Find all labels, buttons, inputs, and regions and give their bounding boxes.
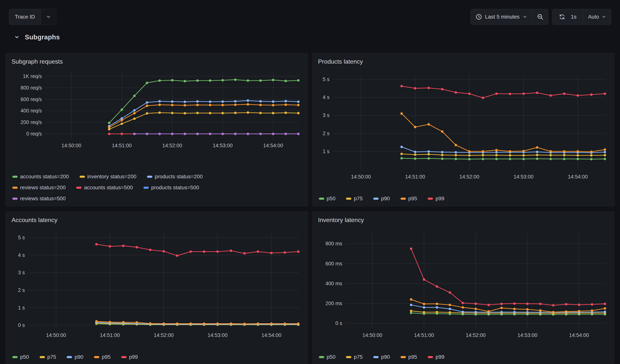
legend: p50p75p90p95p99 xyxy=(318,353,609,362)
series-line-p75 xyxy=(402,154,605,155)
chart-canvas[interactable]: 14:50:0014:51:0014:52:0014:53:0014:54:00… xyxy=(12,66,302,155)
panel-products-latency: Products latency14:50:0014:51:0014:52:00… xyxy=(312,53,615,206)
template-variable-trace-id: Trace ID xyxy=(9,9,56,25)
refresh-icon xyxy=(559,14,565,20)
series-line-p90 xyxy=(402,147,605,153)
legend-series-label: p90 xyxy=(381,354,390,360)
legend-series-chip xyxy=(12,187,18,189)
legend-series-label: accounts status=500 xyxy=(84,185,133,191)
y-axis-tick-label: 5 s xyxy=(18,235,25,240)
series-line-p95 xyxy=(402,114,605,152)
chevron-down-icon xyxy=(523,15,527,19)
legend-item-accounts-status-500[interactable]: accounts status=500 xyxy=(76,185,133,191)
chart-canvas[interactable]: 14:50:0014:51:0014:52:0014:53:0014:54:00… xyxy=(12,225,302,346)
refresh-mode-label: Auto xyxy=(588,14,599,20)
legend-item-p75[interactable]: p75 xyxy=(40,354,56,360)
x-axis-tick-label: 14:53:00 xyxy=(213,143,233,148)
x-axis-tick-label: 14:50:00 xyxy=(46,332,66,338)
legend-item-inventory-status-200[interactable]: inventory status=200 xyxy=(79,174,137,180)
series-line-reviews-status-200 xyxy=(109,104,298,127)
chart-area: 14:50:0014:51:0014:52:0014:53:0014:54:00… xyxy=(12,66,302,155)
legend-item-p95[interactable]: p95 xyxy=(401,196,417,202)
x-axis-tick-label: 14:53:00 xyxy=(517,332,537,338)
legend-series-chip xyxy=(12,176,18,178)
legend-item-p75[interactable]: p75 xyxy=(346,196,363,202)
legend-item-p50[interactable]: p50 xyxy=(12,354,29,360)
legend-series-label: p50 xyxy=(327,354,336,360)
legend-series-chip xyxy=(428,198,433,200)
x-axis-tick-label: 14:51:00 xyxy=(112,143,132,148)
x-axis-tick-label: 14:52:00 xyxy=(162,143,182,148)
legend-series-label: p90 xyxy=(75,354,83,360)
legend-series-label: p90 xyxy=(381,196,390,202)
y-axis-tick-label: 1K req/s xyxy=(23,73,42,79)
panel-title[interactable]: Accounts latency xyxy=(12,216,302,224)
legend-item-p99[interactable]: p99 xyxy=(121,354,138,360)
legend-item-products-status-200[interactable]: products status=200 xyxy=(147,174,203,180)
variable-value-dropdown[interactable] xyxy=(41,9,56,25)
chart-area: 14:50:0014:51:0014:52:0014:53:0014:54:00… xyxy=(318,66,609,187)
x-axis-tick-label: 14:51:00 xyxy=(414,332,434,338)
chart-area: 14:50:0014:51:0014:52:0014:53:0014:54:00… xyxy=(318,225,609,346)
x-axis-tick-label: 14:50:00 xyxy=(62,143,81,148)
grafana-dashboard: Trace ID Last 5 minutes xyxy=(0,0,620,364)
legend-series-chip xyxy=(143,187,149,189)
legend-item-p95[interactable]: p95 xyxy=(94,354,111,360)
series-line-p95 xyxy=(411,299,605,312)
panel-accounts-latency: Accounts latency14:50:0014:51:0014:52:00… xyxy=(6,211,308,364)
series-line-inventory-status-200 xyxy=(109,112,298,129)
chevron-down-icon xyxy=(602,15,606,19)
section-row-subgraphs[interactable]: Subgraphs xyxy=(14,33,60,41)
refresh-mode-dropdown[interactable]: Auto xyxy=(583,9,611,25)
panel-title[interactable]: Products latency xyxy=(318,57,609,66)
panel-title[interactable]: Inventory latency xyxy=(318,216,609,224)
legend-series-label: p75 xyxy=(354,196,363,202)
y-axis-tick-label: 200 req/s xyxy=(20,119,42,125)
y-axis-tick-label: 800 req/s xyxy=(20,85,42,90)
legend-series-label: p75 xyxy=(47,354,56,360)
zoom-out-button[interactable] xyxy=(532,9,548,25)
legend-item-p50[interactable]: p50 xyxy=(319,354,336,360)
x-axis-tick-label: 14:53:00 xyxy=(513,174,533,180)
refresh-button[interactable]: 1s xyxy=(552,9,583,25)
legend-series-label: reviews status=200 xyxy=(20,185,65,191)
y-axis-tick-label: 0 s xyxy=(335,320,342,326)
legend-item-p90[interactable]: p90 xyxy=(373,196,390,202)
y-axis-tick-label: 0 req/s xyxy=(26,131,42,137)
y-axis-tick-label: 1 s xyxy=(323,149,329,154)
legend-series-chip xyxy=(67,356,72,358)
legend-series-chip xyxy=(40,356,45,358)
time-range-picker[interactable]: Last 5 minutes xyxy=(471,9,532,25)
legend-series-chip xyxy=(319,198,324,200)
series-line-p99 xyxy=(402,86,605,98)
legend-item-p99[interactable]: p99 xyxy=(428,354,444,360)
legend-item-products-status-500[interactable]: products status=500 xyxy=(143,185,199,191)
y-axis-tick-label: 800 ms xyxy=(325,241,342,247)
series-line-p99 xyxy=(96,244,298,256)
y-axis-tick-label: 2 s xyxy=(323,131,329,136)
time-controls: Last 5 minutes xyxy=(470,9,611,25)
panel-inventory-latency: Inventory latency14:50:0014:51:0014:52:0… xyxy=(312,211,615,364)
legend-item-p50[interactable]: p50 xyxy=(319,196,336,202)
legend-series-chip xyxy=(76,187,81,189)
legend-item-accounts-status-200[interactable]: accounts status=200 xyxy=(12,174,69,180)
chart-canvas[interactable]: 14:50:0014:51:0014:52:0014:53:0014:54:00… xyxy=(318,225,609,346)
legend-series-chip xyxy=(401,198,406,200)
legend-item-p95[interactable]: p95 xyxy=(401,354,417,360)
legend-series-label: p99 xyxy=(435,354,444,360)
legend-item-p90[interactable]: p90 xyxy=(67,354,83,360)
legend-item-reviews-status-500[interactable]: reviews status=500 xyxy=(12,196,65,202)
y-axis-tick-label: 5 s xyxy=(323,76,329,82)
dashboard-toolbar: Trace ID Last 5 minutes xyxy=(9,9,611,25)
panel-title[interactable]: Subgraph requests xyxy=(12,57,302,66)
legend-series-label: inventory status=200 xyxy=(87,174,137,180)
legend-item-p99[interactable]: p99 xyxy=(428,196,444,202)
legend-item-p90[interactable]: p90 xyxy=(373,354,390,360)
chart-canvas[interactable]: 14:50:0014:51:0014:52:0014:53:0014:54:00… xyxy=(318,66,609,187)
x-axis-tick-label: 14:54:00 xyxy=(569,332,589,338)
legend-item-p75[interactable]: p75 xyxy=(346,354,363,360)
legend-series-chip xyxy=(428,356,433,358)
legend-series-label: reviews status=500 xyxy=(20,196,65,202)
legend-series-chip xyxy=(79,176,85,178)
legend-item-reviews-status-200[interactable]: reviews status=200 xyxy=(12,185,65,191)
